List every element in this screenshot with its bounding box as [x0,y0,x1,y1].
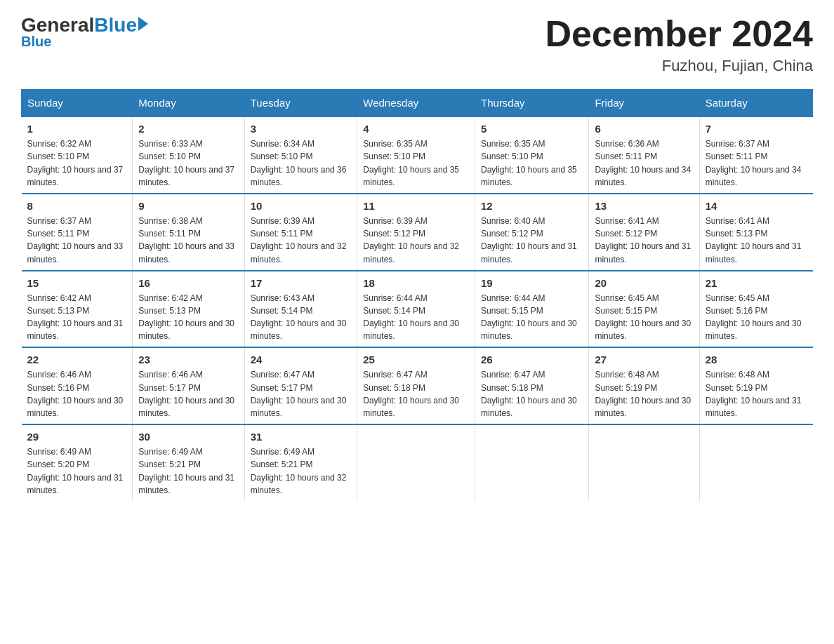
day-info: Sunrise: 6:45 AMSunset: 5:15 PMDaylight:… [595,293,691,342]
calendar-cell: 19Sunrise: 6:44 AMSunset: 5:15 PMDayligh… [475,271,589,348]
calendar-cell: 28Sunrise: 6:48 AMSunset: 5:19 PMDayligh… [699,347,812,424]
calendar-cell: 15Sunrise: 6:42 AMSunset: 5:13 PMDayligh… [22,271,133,348]
day-info: Sunrise: 6:39 AMSunset: 5:11 PMDaylight:… [251,216,347,264]
page-header: General Blue Blue December 2024 Fuzhou, … [21,14,813,75]
calendar-cell: 18Sunrise: 6:44 AMSunset: 5:14 PMDayligh… [357,271,475,348]
day-number: 15 [27,276,127,290]
day-info: Sunrise: 6:45 AMSunset: 5:16 PMDaylight:… [706,293,802,342]
calendar-week-row: 8Sunrise: 6:37 AMSunset: 5:11 PMDaylight… [22,194,813,271]
day-info: Sunrise: 6:49 AMSunset: 5:20 PMDaylight:… [27,447,124,495]
calendar-header-row: Sunday Monday Tuesday Wednesday Thursday… [22,90,813,117]
day-number: 2 [138,121,238,136]
calendar-cell: 7Sunrise: 6:37 AMSunset: 5:11 PMDaylight… [699,116,812,194]
calendar-cell: 25Sunrise: 6:47 AMSunset: 5:18 PMDayligh… [357,347,475,424]
col-wednesday: Wednesday [357,90,475,117]
calendar-cell: 14Sunrise: 6:41 AMSunset: 5:13 PMDayligh… [699,194,812,271]
calendar-cell: 2Sunrise: 6:33 AMSunset: 5:10 PMDaylight… [133,116,244,194]
day-number: 9 [138,199,238,213]
day-number: 27 [595,352,693,367]
day-number: 24 [251,352,352,367]
calendar-cell [699,424,812,501]
day-info: Sunrise: 6:39 AMSunset: 5:12 PMDaylight:… [363,216,459,264]
day-number: 16 [138,276,238,290]
title-block: December 2024 Fuzhou, Fujian, China [545,14,813,75]
col-tuesday: Tuesday [244,90,357,117]
day-info: Sunrise: 6:37 AMSunset: 5:11 PMDaylight:… [706,139,802,187]
day-info: Sunrise: 6:42 AMSunset: 5:13 PMDaylight:… [138,293,234,342]
calendar-cell: 9Sunrise: 6:38 AMSunset: 5:11 PMDaylight… [133,194,244,271]
day-number: 12 [481,199,583,213]
calendar-cell: 20Sunrise: 6:45 AMSunset: 5:15 PMDayligh… [589,271,699,348]
calendar-cell: 13Sunrise: 6:41 AMSunset: 5:12 PMDayligh… [589,194,699,271]
calendar-cell: 3Sunrise: 6:34 AMSunset: 5:10 PMDaylight… [244,116,357,194]
day-number: 23 [138,352,238,367]
day-info: Sunrise: 6:36 AMSunset: 5:11 PMDaylight:… [595,139,691,187]
day-number: 13 [595,199,693,213]
day-info: Sunrise: 6:47 AMSunset: 5:18 PMDaylight:… [481,370,577,418]
day-number: 25 [363,352,469,367]
calendar-cell: 21Sunrise: 6:45 AMSunset: 5:16 PMDayligh… [699,271,812,348]
calendar-week-row: 1Sunrise: 6:32 AMSunset: 5:10 PMDaylight… [22,116,813,194]
day-number: 1 [27,121,127,136]
day-info: Sunrise: 6:48 AMSunset: 5:19 PMDaylight:… [595,370,691,418]
day-number: 14 [706,199,807,213]
calendar-cell: 12Sunrise: 6:40 AMSunset: 5:12 PMDayligh… [475,194,589,271]
day-number: 8 [27,199,127,213]
calendar-cell: 27Sunrise: 6:48 AMSunset: 5:19 PMDayligh… [589,347,699,424]
calendar-table: Sunday Monday Tuesday Wednesday Thursday… [21,89,813,501]
day-info: Sunrise: 6:32 AMSunset: 5:10 PMDaylight:… [27,139,124,187]
calendar-cell: 4Sunrise: 6:35 AMSunset: 5:10 PMDaylight… [357,116,475,194]
calendar-cell: 8Sunrise: 6:37 AMSunset: 5:11 PMDaylight… [22,194,133,271]
day-info: Sunrise: 6:46 AMSunset: 5:16 PMDaylight:… [27,370,124,418]
day-number: 19 [481,276,583,290]
calendar-cell: 5Sunrise: 6:35 AMSunset: 5:10 PMDaylight… [475,116,589,194]
day-info: Sunrise: 6:44 AMSunset: 5:14 PMDaylight:… [363,293,459,342]
calendar-cell: 26Sunrise: 6:47 AMSunset: 5:18 PMDayligh… [475,347,589,424]
calendar-cell: 11Sunrise: 6:39 AMSunset: 5:12 PMDayligh… [357,194,475,271]
day-number: 20 [595,276,693,290]
day-info: Sunrise: 6:44 AMSunset: 5:15 PMDaylight:… [481,293,577,342]
col-friday: Friday [589,90,699,117]
day-info: Sunrise: 6:41 AMSunset: 5:13 PMDaylight:… [706,216,802,264]
calendar-cell [589,424,699,501]
day-info: Sunrise: 6:34 AMSunset: 5:10 PMDaylight:… [251,139,347,187]
day-number: 11 [363,199,469,213]
day-info: Sunrise: 6:35 AMSunset: 5:10 PMDaylight:… [481,139,577,187]
day-number: 7 [706,121,807,136]
calendar-cell: 24Sunrise: 6:47 AMSunset: 5:17 PMDayligh… [244,347,357,424]
day-number: 26 [481,352,583,367]
col-saturday: Saturday [699,90,812,117]
day-info: Sunrise: 6:37 AMSunset: 5:11 PMDaylight:… [27,216,124,264]
calendar-week-row: 29Sunrise: 6:49 AMSunset: 5:20 PMDayligh… [22,424,813,501]
logo: General Blue Blue [21,14,148,50]
day-number: 3 [251,121,352,136]
calendar-cell: 29Sunrise: 6:49 AMSunset: 5:20 PMDayligh… [22,424,133,501]
logo-arrow-icon [138,17,148,31]
day-info: Sunrise: 6:47 AMSunset: 5:17 PMDaylight:… [251,370,347,418]
calendar-cell: 31Sunrise: 6:49 AMSunset: 5:21 PMDayligh… [244,424,357,501]
day-number: 31 [251,429,352,444]
day-info: Sunrise: 6:40 AMSunset: 5:12 PMDaylight:… [481,216,577,264]
calendar-cell: 16Sunrise: 6:42 AMSunset: 5:13 PMDayligh… [133,271,244,348]
col-thursday: Thursday [475,90,589,117]
day-number: 10 [251,199,352,213]
day-info: Sunrise: 6:43 AMSunset: 5:14 PMDaylight:… [251,293,347,342]
calendar-cell: 1Sunrise: 6:32 AMSunset: 5:10 PMDaylight… [22,116,133,194]
day-info: Sunrise: 6:38 AMSunset: 5:11 PMDaylight:… [138,216,234,264]
day-info: Sunrise: 6:41 AMSunset: 5:12 PMDaylight:… [595,216,691,264]
calendar-cell: 30Sunrise: 6:49 AMSunset: 5:21 PMDayligh… [133,424,244,501]
day-info: Sunrise: 6:35 AMSunset: 5:10 PMDaylight:… [363,139,459,187]
day-number: 17 [251,276,352,290]
day-number: 6 [595,121,693,136]
day-info: Sunrise: 6:47 AMSunset: 5:18 PMDaylight:… [363,370,459,418]
day-info: Sunrise: 6:33 AMSunset: 5:10 PMDaylight:… [138,139,234,187]
day-info: Sunrise: 6:49 AMSunset: 5:21 PMDaylight:… [251,447,347,495]
day-number: 18 [363,276,469,290]
col-sunday: Sunday [22,90,133,117]
day-number: 22 [27,352,127,367]
calendar-cell: 22Sunrise: 6:46 AMSunset: 5:16 PMDayligh… [22,347,133,424]
day-number: 5 [481,121,583,136]
calendar-cell [475,424,589,501]
calendar-week-row: 22Sunrise: 6:46 AMSunset: 5:16 PMDayligh… [22,347,813,424]
day-info: Sunrise: 6:48 AMSunset: 5:19 PMDaylight:… [706,370,802,418]
